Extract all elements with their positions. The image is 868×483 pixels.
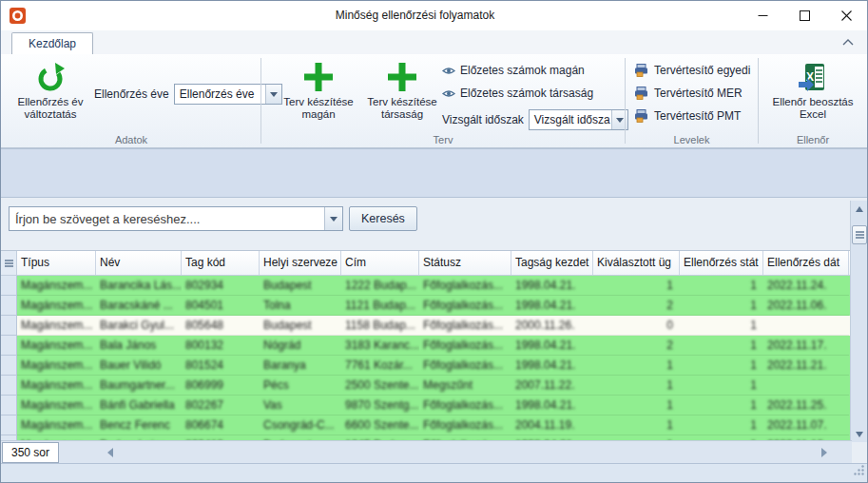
grid-cell[interactable]: Bauer Vilidó <box>96 356 182 376</box>
grid-cell[interactable]: Baranya <box>260 356 341 376</box>
grid-cell[interactable]: 1 <box>680 376 763 396</box>
grid-cell[interactable]: 1 <box>593 356 680 376</box>
grid-cell[interactable]: 2022.11.07. <box>763 415 849 435</box>
grid-cell[interactable]: 1158 Budap... <box>341 316 419 336</box>
grid-cell[interactable]: Baracskáné ... <box>96 296 182 316</box>
table-row[interactable]: Magánszem...Barakci Gyul...805648Budapes… <box>1 316 852 336</box>
grid-cell[interactable]: 800132 <box>182 336 260 356</box>
grid-cell[interactable]: 2022.11.17. <box>763 336 849 356</box>
grid-cell[interactable]: 1998.04.21. <box>511 276 593 296</box>
grid-cell[interactable]: 3183 Karanc... <box>341 336 419 356</box>
grid-cell[interactable]: 802267 <box>182 396 260 415</box>
row-indicator[interactable] <box>1 296 17 316</box>
grid-cell[interactable]: 1222 Budap... <box>341 276 419 296</box>
grid-cell[interactable]: 2500 Szente... <box>341 376 419 396</box>
grid-cell[interactable]: 1 <box>593 415 680 435</box>
table-row[interactable]: Magánszem...Bala János800132Nógrád3183 K… <box>1 336 852 356</box>
row-indicator[interactable] <box>1 396 17 415</box>
grid-cell[interactable]: 2007.11.22. <box>511 376 593 396</box>
maximize-button[interactable] <box>783 1 825 30</box>
plan-letter-individual-button[interactable]: Tervértesítő egyedi <box>634 60 750 81</box>
grid-cell[interactable]: Magánszem... <box>17 356 96 376</box>
grid-cell[interactable]: Főfoglalkozás... <box>419 356 511 376</box>
grid-cell[interactable]: Bánfi Gabriella <box>96 396 182 415</box>
horizontal-scrollbar[interactable]: 350 sor <box>1 440 852 464</box>
inspector-schedule-excel-button[interactable]: X Ellenőr beosztás Excel <box>771 57 855 131</box>
table-row[interactable]: Magánszem...Bánfi Gabriella802267Vas9870… <box>1 396 852 415</box>
search-button[interactable]: Keresés <box>349 206 417 231</box>
close-button[interactable] <box>825 1 867 30</box>
grid-cell[interactable]: Főfoglalkozás... <box>419 276 511 296</box>
grid-cell[interactable]: 0 <box>593 316 680 336</box>
scroll-up-button[interactable] <box>851 201 868 217</box>
row-indicator-header[interactable] <box>1 251 17 275</box>
row-indicator[interactable] <box>1 356 17 376</box>
grid-cell[interactable]: 1998.04.21. <box>511 356 593 376</box>
grid-cell[interactable]: 805648 <box>182 316 260 336</box>
column-header[interactable]: Helyi szerveze <box>260 251 341 275</box>
grid-cell[interactable]: Magánszem... <box>17 296 96 316</box>
grid-cell[interactable]: Csongrád-C... <box>260 415 341 435</box>
grid-cell[interactable]: 2000.11.26. <box>511 316 593 336</box>
grid-cell[interactable]: 1 <box>593 396 680 415</box>
ribbon-collapse-button[interactable] <box>840 35 856 48</box>
grid-cell[interactable]: Magánszem... <box>17 336 96 356</box>
grid-cell[interactable]: 2 <box>593 336 680 356</box>
grid-cell[interactable]: Magánszem... <box>17 276 96 296</box>
column-header[interactable]: Ellenőrzés dát <box>763 251 849 275</box>
scroll-left-arrow-icon[interactable] <box>107 448 113 457</box>
grid-cell[interactable]: Budapest <box>260 276 341 296</box>
grid-cell[interactable]: 9870 Szentg... <box>341 396 419 415</box>
column-chooser-button[interactable] <box>852 225 867 244</box>
grid-cell[interactable]: 2022.11.25. <box>763 396 849 415</box>
grid-cell[interactable]: Barancika Lás... <box>96 276 182 296</box>
grid-cell[interactable]: Barakci Gyul... <box>96 316 182 336</box>
search-input[interactable] <box>10 207 324 230</box>
grid-cell[interactable]: Baumgartner... <box>96 376 182 396</box>
grid-cell[interactable]: 6600 Szente... <box>341 415 419 435</box>
grid-cell[interactable]: 801524 <box>182 356 260 376</box>
grid-cell[interactable]: Nógrád <box>260 336 341 356</box>
column-header[interactable]: Státusz <box>419 251 511 275</box>
table-row[interactable]: Magánszem...Baracskáné ...804501Tolna112… <box>1 296 852 316</box>
column-header[interactable]: Ellenőrzés stát <box>680 251 763 275</box>
row-indicator[interactable] <box>1 336 17 356</box>
grid-cell[interactable]: 804501 <box>182 296 260 316</box>
grid-cell[interactable]: Tolna <box>260 296 341 316</box>
preliminary-numbers-company-button[interactable]: Előzetes számok társaság <box>442 83 628 104</box>
grid-cell[interactable]: 2022.11.24. <box>763 276 849 296</box>
table-row[interactable]: Magánszem...Baumgartner...806999Pécs2500… <box>1 376 852 396</box>
column-header[interactable]: Név <box>96 251 182 275</box>
plan-letter-pmt-button[interactable]: Tervértesítő PMT <box>634 106 750 126</box>
grid-cell[interactable]: Főfoglalkozás... <box>419 296 511 316</box>
row-indicator[interactable] <box>1 415 17 435</box>
row-indicator[interactable] <box>1 376 17 396</box>
grid-cell[interactable]: Magánszem... <box>17 396 96 415</box>
preliminary-numbers-private-button[interactable]: Előzetes számok magán <box>442 60 628 81</box>
grid-cell[interactable]: 1 <box>680 415 763 435</box>
grid-cell[interactable] <box>763 376 849 396</box>
create-plan-private-button[interactable]: Terv készítése magán <box>277 57 360 131</box>
scroll-right-arrow-icon[interactable] <box>821 448 827 457</box>
grid-cell[interactable] <box>763 316 849 336</box>
column-header[interactable]: Cím <box>341 251 419 275</box>
grid-cell[interactable]: 2004.11.19. <box>511 415 593 435</box>
plan-letter-mer-button[interactable]: Tervértesítő MER <box>634 83 750 104</box>
grid-cell[interactable]: 806999 <box>182 376 260 396</box>
grid-cell[interactable]: 2 <box>593 296 680 316</box>
grid-cell[interactable]: Magánszem... <box>17 316 96 336</box>
examined-period-combobox[interactable]: Vizsgált idősza <box>529 109 628 130</box>
row-indicator[interactable] <box>1 316 17 336</box>
minimize-button[interactable] <box>742 1 783 30</box>
grid-cell[interactable]: 1121 Budap... <box>341 296 419 316</box>
table-row[interactable]: Magánszem...Bauer Vilidó801524Baranya776… <box>1 356 852 376</box>
table-row[interactable]: Magánszem...Bencz Ferenc806674Csongrád-C… <box>1 415 852 435</box>
grid-cell[interactable]: 1 <box>680 356 763 376</box>
grid-cell[interactable]: Budapest <box>260 316 341 336</box>
vertical-scrollbar[interactable] <box>850 201 867 442</box>
grid-cell[interactable]: 1998.04.21. <box>511 396 593 415</box>
scroll-down-button[interactable] <box>851 426 868 442</box>
column-header[interactable]: Tagság kezdet <box>511 251 593 275</box>
search-dropdown-button[interactable] <box>324 207 342 230</box>
grid-cell[interactable]: Megszűnt <box>419 376 511 396</box>
